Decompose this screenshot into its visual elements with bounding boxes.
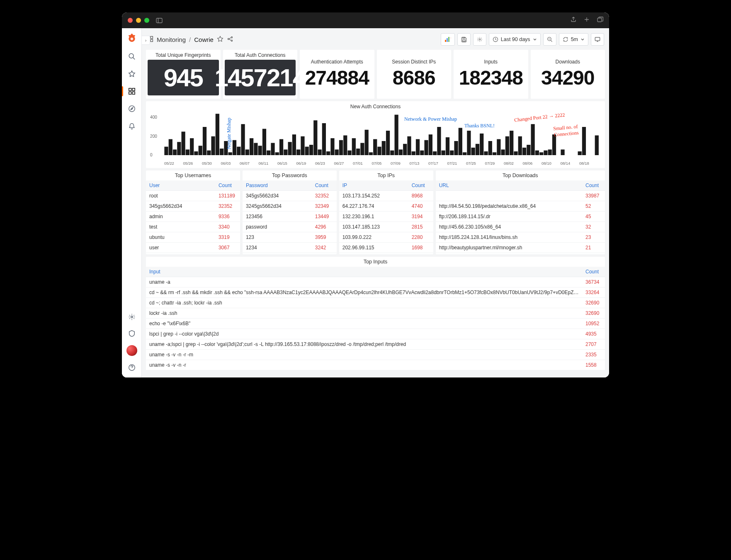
star-icon[interactable] [127,69,137,79]
column-header[interactable]: Count [215,180,240,191]
stat-panel[interactable]: Authentication Attempts274884 [300,50,374,99]
svg-rect-107 [484,151,488,155]
table-row[interactable]: 132.230.196.13194 [339,212,433,222]
column-header[interactable]: Count [312,180,337,191]
new-auth-connections-panel[interactable]: New Auth Connections 0200400Netgate Mish… [146,101,605,168]
column-header[interactable]: URL [436,180,582,191]
stat-panel[interactable]: Total Auth Connections1457214 [223,50,298,99]
table-row[interactable]: 103.147.185.1232815 [339,222,433,232]
column-header[interactable]: User [146,180,215,191]
sidebar-toggle-icon[interactable] [156,18,163,23]
table-row[interactable]: ftp://206.189.114.15/.dr45 [436,212,605,222]
table-row[interactable]: http://84.54.50.198/pedalcheta/cutie.x86… [436,201,605,212]
table-row[interactable]: admin9336 [146,212,240,222]
table-row[interactable]: password4296 [243,222,337,232]
table-row[interactable]: 202.96.99.1151698 [339,243,433,253]
table-row[interactable]: http://45.66.230.105/x86_6432 [436,222,605,232]
svg-rect-8 [132,92,135,94]
top-inputs-panel[interactable]: Top Inputs InputCountuname -a36734cd ~ &… [146,257,605,370]
svg-rect-86 [394,115,398,155]
table-row[interactable]: 12343242 [243,243,337,253]
top-downloads-panel[interactable]: Top Downloads URLCount33987http://84.54.… [436,170,605,254]
stat-panel[interactable]: Downloads34290 [531,50,605,99]
refresh-button[interactable]: 5m [559,33,588,46]
tabs-icon[interactable] [597,17,603,24]
column-header[interactable]: Password [243,180,312,191]
table-row[interactable]: test3340 [146,222,240,232]
grafana-logo-icon[interactable] [126,32,138,44]
expand-sidebar-button[interactable]: › [142,36,150,45]
settings-icon[interactable] [127,312,137,322]
table-row[interactable]: 81.68.162.1851458 [339,253,433,255]
column-header[interactable]: Count [582,180,605,191]
dashboards-icon[interactable] [127,86,137,96]
table-row[interactable]: root131189 [146,191,240,201]
table-row[interactable]: uname -s -v -n -r1558 [146,360,605,370]
minimize-window-button[interactable] [136,18,141,23]
table-row[interactable]: 345gs5662d3432352 [146,201,240,212]
stat-panel[interactable]: Total Unique Fingerprints945 [146,50,221,99]
close-window-button[interactable] [128,18,133,23]
table-row[interactable]: http://109.206.242.213/sh15 [436,253,605,255]
table-row[interactable]: echo -e "\x6F\x6B"10952 [146,319,605,329]
table-row[interactable]: 103.99.0.2222280 [339,232,433,243]
new-tab-icon[interactable] [584,17,590,24]
settings-button[interactable] [473,33,486,46]
alerting-icon[interactable] [127,121,137,131]
table-row[interactable]: ubuntu3319 [146,232,240,243]
share-icon[interactable] [571,17,576,24]
top-ips-panel[interactable]: Top IPs IPCount103.173.154.252896864.227… [339,170,433,254]
help-icon[interactable] [127,363,137,373]
breadcrumb-root[interactable]: Monitoring [157,36,186,43]
stat-panel[interactable]: Session Distinct IPs8686 [377,50,452,99]
table-row[interactable]: admin1233063 [243,253,337,255]
table-row[interactable]: user3067 [146,243,240,253]
stat-value: 1457214 [214,63,306,92]
table-row[interactable]: 12345613449 [243,212,337,222]
svg-rect-103 [467,131,471,155]
timerange-picker[interactable]: Last 90 days [489,33,541,46]
table-row[interactable]: uname -a36734 [146,277,605,287]
column-header[interactable]: Count [408,180,433,191]
top-usernames-panel[interactable]: Top Usernames UserCountroot131189345gs56… [146,170,240,254]
column-header[interactable]: Count [582,267,605,277]
column-header[interactable]: Input [146,267,582,277]
breadcrumb-name[interactable]: Cowrie [194,36,214,43]
table-row[interactable]: lspci | grep -i --color vga\|3d\|2d4935 [146,329,605,339]
table-row[interactable]: 345gs5662d3432352 [243,191,337,201]
table-row[interactable]: cd ~ && rm -rf .ssh && mkdir .ssh && ech… [146,287,605,298]
share-dashboard-icon[interactable] [227,36,233,44]
kiosk-mode-button[interactable] [591,33,604,46]
table-row[interactable]: lockr -ia .ssh32690 [146,308,605,319]
table-row[interactable]: http://185.224.128.141/linux/bins.sh23 [436,232,605,243]
table-row[interactable]: 3245gs5662d3432349 [243,201,337,212]
table-row[interactable]: uname -a;lspci | grep -i --color 'vga\|3… [146,339,605,350]
maximize-window-button[interactable] [144,18,149,23]
table-row[interactable]: uname -s -v -n -r -m2335 [146,350,605,360]
svg-rect-105 [476,144,479,155]
svg-rect-87 [399,149,403,155]
svg-rect-48 [233,140,236,155]
table-row[interactable]: 64.227.176.744740 [339,201,433,212]
svg-rect-102 [463,152,466,155]
svg-rect-120 [539,152,543,155]
zoom-out-button[interactable] [543,33,556,46]
shield-icon[interactable] [127,329,137,338]
explore-icon[interactable] [127,104,137,114]
avatar[interactable] [126,345,137,356]
bar-chart[interactable]: 0200400 [149,111,602,160]
table-row[interactable]: cd ~; chattr -ia .ssh; lockr -ia .ssh326… [146,298,605,308]
table-row[interactable]: 33987 [436,191,605,201]
add-panel-button[interactable]: + [441,33,455,46]
table-row[interactable]: oracle2406 [146,253,240,255]
column-header[interactable]: IP [339,180,408,191]
top-passwords-panel[interactable]: Top Passwords PasswordCount345gs5662d343… [243,170,337,254]
save-button[interactable] [457,33,471,46]
search-icon[interactable] [127,51,137,61]
stat-panel[interactable]: Inputs182348 [454,50,528,99]
table-row[interactable]: http://beautypluspartner.ml/mnoger.sh21 [436,243,605,253]
svg-rect-96 [437,127,441,155]
table-row[interactable]: 1233959 [243,232,337,243]
table-row[interactable]: 103.173.154.2528968 [339,191,433,201]
favorite-star-icon[interactable] [217,36,223,44]
